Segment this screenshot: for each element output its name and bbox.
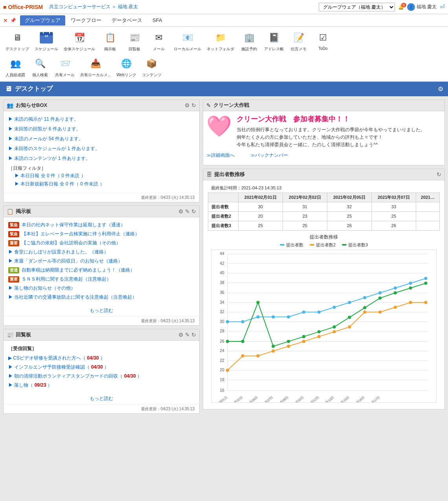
user-avatar: 👤	[407, 3, 415, 11]
kairan-more[interactable]: もっと読む	[4, 393, 199, 404]
icon-shared-local-mail[interactable]: 📥 共有ローカルメ...	[78, 54, 113, 79]
person-search-label: 個人検索	[32, 72, 48, 78]
keijiban-link-6[interactable]: 自動車税は納期限までに必ず納めましょう！（連絡）	[22, 267, 135, 273]
oshirase-item-4[interactable]: ▶ 未回答のスケジュールが 1 件あります。	[8, 144, 195, 154]
oshirase-item-3[interactable]: ▶ 未読のメールが 54 件あります。	[8, 134, 195, 144]
svg-text:42: 42	[220, 261, 224, 265]
kairan-item-1[interactable]: ▶ CSビデオ研修を受講された方へ（ 04/30 ）	[8, 354, 195, 363]
svg-point-63	[241, 354, 244, 357]
badge-important-2: 重要	[8, 276, 19, 283]
stats-refresh[interactable]: ↻	[437, 171, 441, 178]
oshirase-sub-2[interactable]: ▶ 本日新規顧客日報 全 0 件（ 0 件未読 ）	[8, 180, 195, 188]
kairan-item-3[interactable]: ▶ 朝の清掃活動ボランティアスタンプカードの回収（ 04/30 ）	[8, 372, 195, 381]
svg-point-54	[318, 310, 321, 314]
bell-badge: 8	[401, 3, 406, 7]
keijiban-item-3: 重要 【ご協力の依頼】会社説明会の実施（その他）	[8, 239, 195, 248]
oshirase-gear[interactable]: ⚙	[185, 102, 190, 108]
clean-text-area: クリーン大作戦 参加者募集中！！ 当社の恒例行事となっております。クリーン大作戦…	[237, 114, 425, 149]
oshirase-section-title: ［日報フィルタ］	[8, 165, 195, 172]
icon-net-folder[interactable]: 📁 ネットフォルダ	[204, 28, 237, 53]
bell-button[interactable]: 🔔8	[398, 4, 404, 10]
svg-point-50	[256, 315, 259, 318]
keijiban-link-8[interactable]: ▶ 落し物のお知らせ（その他）	[8, 285, 75, 292]
todo-label: ToDo	[318, 46, 327, 51]
oshirase-refresh[interactable]: ↻	[191, 102, 196, 108]
icon-bulletin[interactable]: 📋 掲示板	[98, 28, 122, 53]
kairan-refresh[interactable]: ↻	[191, 332, 196, 338]
oshirase-sub-1[interactable]: ▶ 本日日報 全 0 件（ 0 件未読 ）	[8, 172, 195, 180]
nav-pin-button[interactable]: 📌	[10, 18, 16, 23]
icon-local-mail[interactable]: 📧 ローカルメール	[171, 28, 204, 53]
kairan-gear[interactable]: ⚙	[178, 332, 184, 338]
keijiban-gear[interactable]: ⚙	[178, 208, 184, 215]
keijiban-link-7[interactable]: ＳＮＳ利用に関する注意喚起（注意喚起）	[22, 276, 111, 283]
logo-icon: ■	[3, 4, 6, 10]
icon-desktop[interactable]: 🖥 デスクトップ	[3, 28, 31, 53]
nav-tab-database[interactable]: データベース	[107, 15, 147, 26]
icon-schedule[interactable]: 10 スケジュール	[32, 28, 61, 53]
clean-backnumber-link[interactable]: ≫バックナンバー	[250, 152, 288, 159]
desktop-label: デスクトップ	[6, 46, 29, 52]
icon-mail[interactable]: ✉ メール	[147, 28, 171, 53]
svg-point-64	[256, 354, 259, 357]
keijiban-more[interactable]: もっと読む	[4, 305, 199, 316]
icon-row-2: 👥 人員組成図 🔍 個人検索 📨 共有メール 📥 共有ローカルメ... 🌐 We…	[3, 54, 164, 79]
icon-org-chart[interactable]: 👥 人員組成図	[3, 54, 28, 79]
keijiban-widget: 📋 掲示板 ⚙ ✎ ↻ 緊急 本日の社内ネット保守作業は延期します（通達） 緊急…	[3, 206, 200, 326]
keijiban-link-1[interactable]: 本日の社内ネット保守作業は延期します（通達）	[22, 222, 125, 228]
svg-point-75	[424, 301, 427, 304]
keijiban-item-1: 緊急 本日の社内ネット保守作業は延期します（通達）	[8, 220, 195, 229]
legend-dot-1	[280, 244, 285, 246]
svg-point-56	[348, 301, 351, 304]
kairan-date-1: 04/30	[87, 355, 99, 361]
oshirase-item-5[interactable]: ▶ 未読のコンテンツが 1 件あります。	[8, 154, 195, 163]
kairan-item-2[interactable]: ▶ インフルエンザ予防接種受診確認（ 04/30 ）	[8, 363, 195, 372]
icon-weblink[interactable]: 🌐 Webリンク	[114, 54, 138, 79]
icon-address[interactable]: 📓 アドレス帳	[262, 28, 286, 53]
top-right: グループウェア（福地 慶太） 🔔8 👤 福地 慶太 ⏎	[319, 3, 445, 11]
nav-tab-groupware[interactable]: グループウェア	[20, 15, 65, 26]
stats-actions: ↻	[437, 171, 441, 178]
svg-text:34: 34	[220, 300, 224, 304]
keijiban-link-2[interactable]: 【本社】エレベーター点検実施に伴う利用停止（連絡）	[22, 231, 140, 237]
chart-container: 提出者数推移 提出者数 提出者数2 提出者数3	[208, 231, 440, 406]
keijiban-link-3[interactable]: 【ご協力の依頼】会社説明会の実施（その他）	[22, 240, 121, 246]
svg-point-88	[409, 286, 412, 290]
stats-row1-val5	[416, 202, 440, 211]
address-icon: 📓	[266, 30, 282, 46]
oshirase-item-2[interactable]: ▶ 未回答の回覧が 6 件あります。	[8, 124, 195, 134]
keijiban-link-9[interactable]: ▶ 当社近隣での交通事故防止に関する注意喚起（注意喚起）	[8, 294, 137, 301]
keijiban-link-5[interactable]: ▶ 来週「ダンボール等の回収日」のお知らせ（連絡）	[8, 258, 123, 264]
weblink-icon: 🌐	[119, 56, 134, 72]
stats-header: 🗄 提出者数推移 ↻	[203, 169, 444, 180]
user-info: 👤 福地 慶太	[407, 3, 437, 11]
nav-close-button[interactable]: ✕	[3, 17, 8, 24]
desktop-gear-icon[interactable]: ⚙	[438, 85, 443, 93]
desktop-icon: 🖥	[9, 30, 25, 46]
icon-todo[interactable]: ☑ ToDo	[311, 28, 335, 53]
icon-contents[interactable]: 📦 コンテンツ	[140, 54, 164, 79]
stats-row3-val3: 26	[327, 221, 371, 230]
icon-facility[interactable]: 🏢 施設予約	[237, 28, 261, 53]
nav-tab-sfa[interactable]: SFA	[148, 16, 167, 25]
kairan-item-4[interactable]: ▶ 落し物（ 09/23 ）	[8, 381, 195, 390]
clean-body-text-2: 例年たくさんの方に参加していただき、地域からの評判も上々です！	[237, 134, 425, 141]
icon-circular[interactable]: 📰 回覧板	[123, 28, 146, 53]
keijiban-link-4[interactable]: ▶ 食堂におしぼりが設置されました。（連絡）	[8, 249, 108, 255]
oshirase-item-1[interactable]: ▶ 未読の掲示が 11 件あります。	[8, 114, 195, 124]
icon-shared-mail[interactable]: 📨 共有メール	[53, 54, 77, 79]
clean-detail-link[interactable]: ≫詳細画面へ	[206, 152, 235, 159]
icon-memo[interactable]: 📝 伝言メモ	[287, 28, 310, 53]
nav-tab-workflow[interactable]: ワークフロー	[66, 15, 106, 26]
logout-button[interactable]: ⏎	[440, 3, 445, 11]
icon-all-schedule[interactable]: 📆 全体スケジュール	[61, 28, 97, 53]
icon-person-search[interactable]: 🔍 個人検索	[28, 54, 52, 79]
kairan-edit[interactable]: ✎	[185, 332, 190, 338]
keijiban-edit[interactable]: ✎	[185, 208, 190, 215]
group-select[interactable]: グループウェア（福地 慶太）	[319, 3, 395, 11]
icon-row-1: 🖥 デスクトップ 10 スケジュール 📆 全体スケジュール 📋 掲示板 📰 回覧…	[3, 28, 335, 53]
logo-text: Office-PRISM	[8, 4, 43, 10]
svg-point-61	[424, 277, 427, 280]
svg-text:18: 18	[220, 378, 224, 382]
keijiban-refresh[interactable]: ↻	[191, 208, 196, 215]
